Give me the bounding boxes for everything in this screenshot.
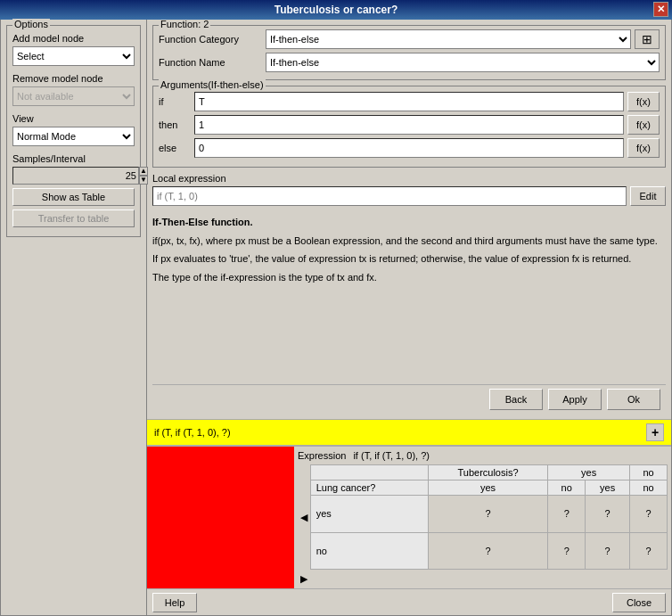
description-line-2: If px evaluates to 'true', the value of … (152, 251, 666, 267)
cell-y-yn: ? (548, 496, 586, 533)
transfer-to-table-button[interactable]: Transfer to table (12, 209, 135, 227)
local-expression-box: Local expression Edit (152, 173, 666, 206)
remove-model-node-label: Remove model node (12, 73, 135, 84)
help-button[interactable]: Help (152, 593, 197, 612)
description-title: If-Then-Else function. (152, 215, 666, 230)
right-panel: Function: 2 Function Category If-then-el… (147, 20, 672, 616)
arguments-box: Arguments(If-then-else) if f(x) then f(x… (152, 86, 666, 168)
window-title: Tuberculosis or cancer? (275, 4, 398, 16)
cell-y-ny: ? (586, 496, 630, 533)
if-fx-button[interactable]: f(x) (627, 92, 660, 111)
th-lung-cancer: Lung cancer? (310, 480, 428, 496)
function-name-select[interactable]: If-then-else (266, 53, 660, 72)
table-row: no ? ? ? ? (310, 532, 667, 570)
function-category-row: Function Category If-then-else ⊞ (159, 29, 660, 49)
expression-value: if (T, if (T, 1, 0), ?) (353, 450, 430, 461)
description-area: If-Then-Else function. if(px, tx, fx), w… (152, 211, 666, 384)
function-header-label: Function: 2 (159, 20, 210, 29)
add-model-node-label: Add model node (12, 33, 135, 44)
then-label: then (159, 119, 194, 130)
function-area: Function: 2 Function Category If-then-el… (147, 20, 671, 419)
description-line-1: if(px, tx, fx), where px must be a Boole… (152, 234, 666, 249)
bottom-section: Expression if (T, if (T, 1, 0), ?) ◀ Tub… (147, 446, 671, 588)
bottom-bar: Help Close (147, 588, 671, 615)
description-line-3: The type of the if-expression is the typ… (152, 270, 666, 285)
expression-label-row: Expression if (T, if (T, 1, 0), ?) (298, 450, 668, 461)
main-container: Options Add model node Select Remove mod… (0, 20, 672, 616)
expression-bar-plus-button[interactable]: + (646, 423, 664, 441)
view-label: View (12, 113, 135, 124)
table-area: Expression if (T, if (T, 1, 0), ?) ◀ Tub… (294, 447, 671, 588)
red-preview-box (147, 447, 294, 588)
action-buttons: Back Apply Ok (152, 384, 666, 414)
close-window-button[interactable]: ✕ (653, 2, 668, 17)
spinner-buttons: ▲ ▼ (139, 167, 148, 185)
else-input[interactable] (194, 138, 624, 158)
bottom-arrow-button[interactable]: ▶ (298, 573, 310, 585)
local-expression-label: Local expression (152, 173, 666, 184)
else-fx-button[interactable]: f(x) (627, 138, 660, 158)
view-select[interactable]: Normal Mode (12, 127, 135, 146)
edit-button[interactable]: Edit (630, 186, 666, 206)
title-bar: Tuberculosis or cancer? ✕ (0, 0, 672, 20)
table-row: yes ? ? ? ? (310, 496, 667, 533)
local-expression-row: Edit (152, 186, 666, 206)
table-wrapper: ◀ Tuberculosis?yes no Lung cancer? yes (298, 464, 668, 570)
th-lc-no: no (548, 480, 586, 496)
function-category-label: Function Category (159, 34, 266, 45)
bottom-arrow-row: ▶ (298, 573, 668, 585)
then-row: then f(x) (159, 115, 660, 135)
cell-n-ny: ? (586, 532, 630, 570)
cell-n-yy: ? (428, 532, 547, 570)
cell-n-nn: ? (630, 532, 668, 570)
samples-interval-label: Samples/Interval (12, 153, 135, 164)
expression-bar: if (T, if (T, 1, 0), ?) + (147, 419, 671, 446)
function-header: Function: 2 Function Category If-then-el… (152, 25, 666, 80)
function-category-select[interactable]: If-then-else (266, 29, 631, 49)
remove-model-node-select[interactable]: Not available (12, 86, 135, 106)
th-lc-yes: yes (428, 480, 547, 496)
left-arrow-button[interactable]: ◀ (298, 464, 310, 570)
result-table: Tuberculosis?yes no Lung cancer? yes no … (310, 464, 668, 570)
ok-button[interactable]: Ok (607, 389, 660, 410)
cell-y-nn: ? (630, 496, 668, 533)
if-input[interactable] (194, 92, 624, 111)
then-fx-button[interactable]: f(x) (627, 115, 660, 135)
arguments-box-label: Arguments(If-then-else) (159, 79, 266, 90)
function-icon-button[interactable]: ⊞ (635, 29, 660, 49)
local-expression-input[interactable] (152, 186, 627, 206)
options-group-label: Options (12, 19, 50, 29)
samples-spinner: ▲ ▼ (12, 167, 135, 185)
samples-input[interactable] (12, 167, 139, 185)
back-button[interactable]: Back (489, 389, 543, 410)
th-lc-no2: no (630, 480, 668, 496)
cell-y-yy: ? (428, 496, 547, 533)
spinner-up-button[interactable]: ▲ (139, 167, 148, 176)
else-row: else f(x) (159, 138, 660, 158)
expression-bar-text: if (T, if (T, 1, 0), ?) (154, 427, 646, 438)
th-tuberculosis: yes (548, 465, 630, 480)
row-header-no: no (310, 532, 428, 570)
if-label: if (159, 96, 194, 107)
th-empty (310, 465, 428, 480)
cell-n-yn: ? (548, 532, 586, 570)
th-tuberculosis-no: no (630, 465, 668, 480)
th-tuberculosis-label: Tuberculosis? (428, 465, 547, 480)
row-header-yes: yes (310, 496, 428, 533)
if-row: if f(x) (159, 92, 660, 111)
else-label: else (159, 143, 194, 153)
apply-button[interactable]: Apply (548, 389, 602, 410)
function-name-label: Function Name (159, 57, 266, 68)
close-button[interactable]: Close (612, 593, 666, 612)
left-panel: Options Add model node Select Remove mod… (0, 20, 147, 616)
expression-label: Expression (298, 450, 346, 461)
function-name-row: Function Name If-then-else (159, 53, 660, 72)
then-input[interactable] (194, 115, 624, 135)
spinner-down-button[interactable]: ▼ (139, 176, 148, 185)
show-as-table-button[interactable]: Show as Table (12, 188, 135, 206)
add-model-node-select[interactable]: Select (12, 46, 135, 66)
th-lc-yes2: yes (586, 480, 630, 496)
options-group: Options Add model node Select Remove mod… (6, 25, 141, 237)
